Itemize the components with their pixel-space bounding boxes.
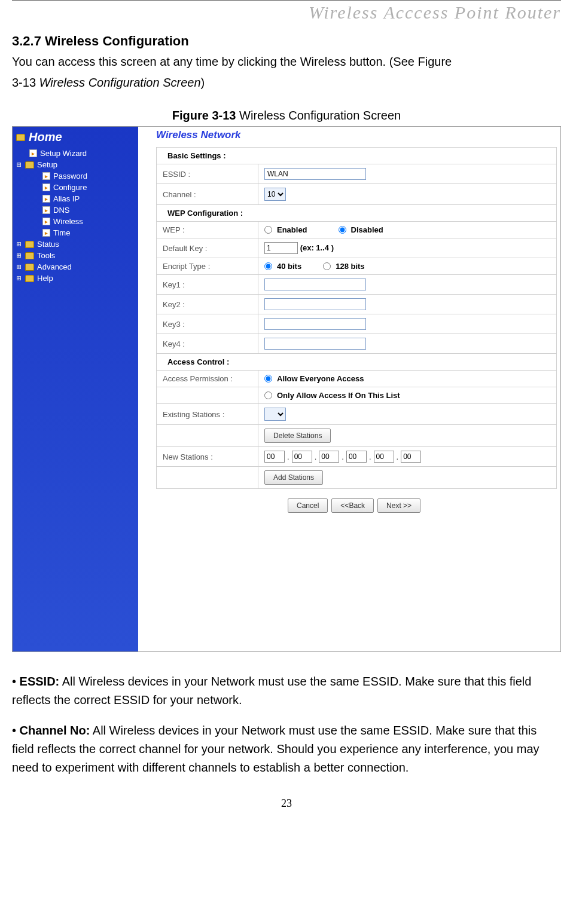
page-icon: ▸ xyxy=(42,229,50,237)
next-button[interactable]: Next >> xyxy=(377,498,420,513)
sidebar-item-alias-ip[interactable]: ▸ Alias IP xyxy=(13,193,138,204)
mac-sep: . xyxy=(397,452,399,461)
mac-address-row: . . . . . xyxy=(264,451,550,463)
wep-enabled-radio[interactable] xyxy=(264,226,272,234)
encript-type-label: Encript Type : xyxy=(157,258,258,275)
sidebar-item-label: Configure xyxy=(53,183,87,192)
page-icon: ▸ xyxy=(29,149,37,157)
panel-title: Wireless Network xyxy=(156,127,557,147)
sidebar-item-label: Setup xyxy=(37,160,57,169)
mac-octet-2[interactable] xyxy=(292,451,312,463)
page-icon: ▸ xyxy=(42,183,50,191)
sidebar-item-help[interactable]: ⊞ Help xyxy=(13,273,138,284)
only-list-radio[interactable] xyxy=(264,391,272,399)
header-rule xyxy=(12,0,561,1)
tree-expand-icon[interactable]: ⊞ xyxy=(16,240,22,249)
page-icon: ▸ xyxy=(42,195,50,203)
sidebar-item-password[interactable]: ▸ Password xyxy=(13,170,138,182)
sidebar-home[interactable]: Home xyxy=(13,129,138,148)
existing-stations-label: Existing Stations : xyxy=(157,404,258,425)
wep-disabled-radio[interactable] xyxy=(339,226,346,234)
page-icon: ▸ xyxy=(42,206,50,214)
default-key-label: Default Key : xyxy=(157,238,258,258)
tree-collapse-icon[interactable]: ⊟ xyxy=(16,160,22,169)
folder-icon xyxy=(25,241,34,248)
allow-everyone-radio[interactable] xyxy=(264,375,272,383)
key2-input[interactable] xyxy=(264,298,366,310)
key1-input[interactable] xyxy=(264,279,366,290)
sidebar-item-time[interactable]: ▸ Time xyxy=(13,227,138,238)
sidebar-item-wireless[interactable]: ▸ Wireless xyxy=(13,216,138,227)
bullet-channel-label: Channel No: xyxy=(20,724,90,737)
mac-sep: . xyxy=(287,452,289,461)
default-key-hint: (ex: 1..4 ) xyxy=(300,243,334,252)
sidebar-item-setup-wizard[interactable]: ▸ Setup Wizard xyxy=(13,148,138,159)
footer-buttons: Cancel <<Back Next >> xyxy=(156,489,557,513)
page-icon: ▸ xyxy=(42,172,50,180)
wep-disabled-text: Disabled xyxy=(351,225,383,234)
enc-128bits-text: 128 bits xyxy=(336,262,364,271)
enc-40bits-radio[interactable] xyxy=(264,262,272,270)
mac-octet-6[interactable] xyxy=(401,451,421,463)
key4-label: Key4 : xyxy=(157,334,258,354)
essid-input[interactable] xyxy=(264,168,366,180)
tree-expand-icon[interactable]: ⊞ xyxy=(16,262,22,271)
tree-expand-icon[interactable]: ⊞ xyxy=(16,274,22,283)
page-number: 23 xyxy=(12,797,561,810)
tree-expand-icon[interactable]: ⊞ xyxy=(16,251,22,260)
figure-caption-rest: Wireless Configuration Screen xyxy=(236,109,401,122)
main-panel: Wireless Network Basic Settings : ESSID … xyxy=(138,127,560,651)
empty-label xyxy=(157,387,258,404)
default-key-input[interactable] xyxy=(264,242,298,254)
wireless-config-screenshot: Home ▸ Setup Wizard ⊟ Setup ▸ Password ▸… xyxy=(12,126,561,652)
figure-caption: Figure 3-13 Wireless Configuration Scree… xyxy=(12,109,561,123)
wep-label: WEP : xyxy=(157,222,258,238)
intro-suffix: ) xyxy=(201,76,205,89)
sidebar-item-label: Tools xyxy=(37,251,55,260)
mac-sep: . xyxy=(369,452,371,461)
back-button[interactable]: <<Back xyxy=(331,498,374,513)
intro-line-1: You can access this screen at any time b… xyxy=(12,53,561,71)
sidebar-item-setup[interactable]: ⊟ Setup xyxy=(13,159,138,170)
folder-icon xyxy=(25,161,34,169)
sidebar-item-configure[interactable]: ▸ Configure xyxy=(13,182,138,193)
bullet-essid: • ESSID: All Wireless devices in your Ne… xyxy=(12,672,561,709)
bullet-essid-text: All Wireless devices in your Network mus… xyxy=(12,675,531,706)
mac-octet-1[interactable] xyxy=(264,451,285,463)
sidebar-item-label: Help xyxy=(37,274,53,283)
mac-sep: . xyxy=(342,452,344,461)
folder-icon xyxy=(25,264,34,271)
existing-stations-select[interactable] xyxy=(264,408,286,421)
folder-icon xyxy=(16,134,25,141)
bullet-channel: • Channel No: All Wireless devices in yo… xyxy=(12,721,561,777)
key3-input[interactable] xyxy=(264,318,366,330)
mac-octet-5[interactable] xyxy=(374,451,394,463)
settings-table: Basic Settings : ESSID : Channel : 10 WE… xyxy=(156,147,557,489)
access-permission-label: Access Permission : xyxy=(157,371,258,387)
key3-label: Key3 : xyxy=(157,314,258,334)
new-stations-label: New Stations : xyxy=(157,447,258,467)
sidebar-item-label: Advanced xyxy=(37,262,72,271)
cancel-button[interactable]: Cancel xyxy=(288,498,328,513)
bullet-channel-text: All Wireless devices in your Network mus… xyxy=(12,724,540,774)
bullet-essid-label: ESSID: xyxy=(20,675,60,688)
home-label: Home xyxy=(29,130,62,144)
enc-128bits-radio[interactable] xyxy=(323,262,331,270)
sidebar-item-dns[interactable]: ▸ DNS xyxy=(13,204,138,216)
add-stations-button[interactable]: Add Stations xyxy=(264,470,323,485)
page-icon: ▸ xyxy=(42,218,50,225)
sidebar-item-label: Password xyxy=(53,172,87,180)
mac-octet-3[interactable] xyxy=(319,451,339,463)
delete-stations-button[interactable]: Delete Stations xyxy=(264,429,331,443)
intro-prefix: 3-13 xyxy=(12,76,39,89)
folder-icon xyxy=(25,275,34,282)
sidebar-item-advanced[interactable]: ⊞ Advanced xyxy=(13,261,138,273)
empty-label xyxy=(157,425,258,447)
key4-input[interactable] xyxy=(264,338,366,350)
sidebar-item-status[interactable]: ⊞ Status xyxy=(13,238,138,250)
allow-everyone-text: Allow Everyone Access xyxy=(277,374,364,383)
mac-sep: . xyxy=(315,452,317,461)
mac-octet-4[interactable] xyxy=(346,451,367,463)
sidebar-item-tools[interactable]: ⊞ Tools xyxy=(13,250,138,261)
channel-select[interactable]: 10 xyxy=(264,188,286,201)
